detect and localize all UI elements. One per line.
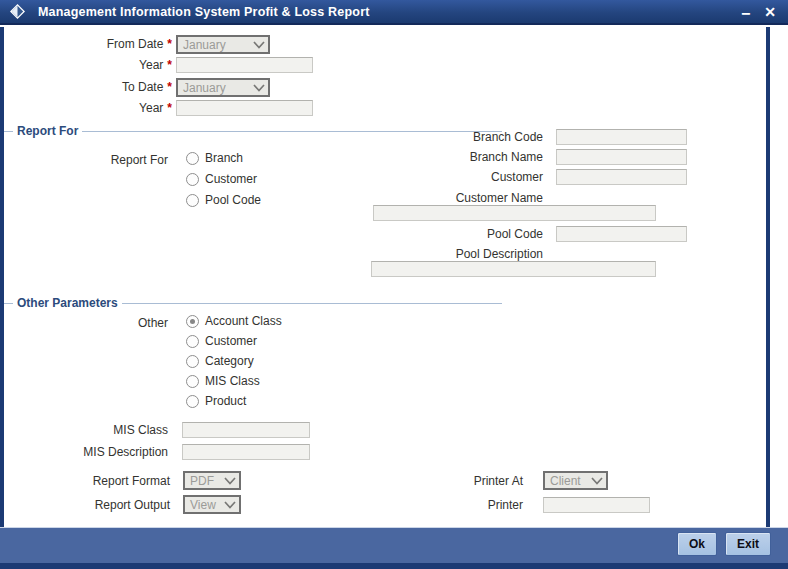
customer-label: Customer	[0, 170, 543, 184]
required-marker: *	[167, 80, 172, 94]
chevron-down-icon	[253, 84, 265, 92]
branch-code-input[interactable]	[556, 129, 687, 145]
radio-option-customer-other[interactable]: Customer	[186, 334, 257, 348]
other-group-label: Other	[0, 316, 168, 330]
radio-icon[interactable]	[186, 395, 199, 408]
section-title: Other Parameters	[17, 296, 118, 310]
from-date-select[interactable]: January	[176, 35, 270, 54]
chevron-down-icon	[253, 41, 265, 49]
to-year-label: Year*	[0, 101, 172, 115]
section-other-parameters: Other Parameters	[4, 296, 502, 310]
to-date-label: To Date*	[0, 80, 172, 94]
required-marker: *	[167, 101, 172, 115]
radio-label: Customer	[205, 334, 257, 348]
radio-label: Category	[205, 354, 254, 368]
window-controls: − ✕	[741, 4, 776, 20]
customer-name-label: Customer Name	[0, 191, 543, 205]
from-year-input[interactable]	[176, 57, 313, 73]
required-marker: *	[167, 37, 172, 51]
radio-label: MIS Class	[205, 374, 260, 388]
radio-icon[interactable]	[186, 315, 199, 328]
radio-icon[interactable]	[186, 335, 199, 348]
section-dash	[4, 303, 13, 304]
pool-description-label: Pool Description	[0, 247, 543, 261]
radio-label: Account Class	[205, 314, 282, 328]
pool-code-input[interactable]	[556, 226, 687, 242]
section-line	[122, 303, 502, 304]
radio-option-category[interactable]: Category	[186, 354, 254, 368]
chevron-down-icon	[591, 477, 603, 485]
to-date-select[interactable]: January	[176, 78, 270, 97]
radio-option-mis-class[interactable]: MIS Class	[186, 374, 260, 388]
window-border-bottom	[0, 563, 788, 569]
from-date-label: From Date*	[0, 37, 172, 51]
window-title: Management Information System Profit & L…	[38, 5, 370, 19]
footer-buttons: Ok Exit	[677, 532, 771, 556]
printer-at-select[interactable]: Client	[543, 471, 608, 490]
from-date-value: January	[183, 38, 226, 52]
branch-name-label: Branch Name	[0, 150, 543, 164]
title-bar: Management Information System Profit & L…	[0, 0, 788, 25]
footer-bar: Ok Exit	[0, 527, 788, 563]
radio-icon[interactable]	[186, 355, 199, 368]
pool-code-label: Pool Code	[0, 227, 543, 241]
printer-label: Printer	[0, 498, 523, 512]
printer-at-label: Printer At	[0, 474, 523, 488]
to-date-value: January	[183, 81, 226, 95]
mis-description-label: MIS Description	[0, 445, 168, 459]
close-button[interactable]: ✕	[764, 5, 776, 19]
required-marker: *	[167, 58, 172, 72]
diamond-icon	[10, 4, 25, 19]
from-year-label: Year*	[0, 58, 172, 72]
minimize-button[interactable]: −	[741, 6, 750, 22]
to-year-input[interactable]	[176, 100, 313, 116]
customer-input[interactable]	[556, 169, 687, 185]
exit-button[interactable]: Exit	[725, 532, 771, 556]
ok-button[interactable]: Ok	[677, 532, 717, 556]
branch-code-label: Branch Code	[0, 130, 543, 144]
mis-description-input[interactable]	[182, 444, 310, 460]
radio-option-account-class[interactable]: Account Class	[186, 314, 282, 328]
window-border-right	[766, 27, 770, 527]
radio-option-product[interactable]: Product	[186, 394, 246, 408]
mis-class-label: MIS Class	[0, 423, 168, 437]
printer-at-value: Client	[550, 474, 581, 488]
branch-name-input[interactable]	[556, 149, 687, 165]
printer-input[interactable]	[543, 497, 650, 513]
pool-description-input[interactable]	[371, 261, 656, 277]
radio-icon[interactable]	[186, 375, 199, 388]
mis-class-input[interactable]	[182, 422, 310, 438]
customer-name-input[interactable]	[373, 205, 656, 221]
dialog-window: Management Information System Profit & L…	[0, 0, 788, 569]
radio-label: Product	[205, 394, 246, 408]
